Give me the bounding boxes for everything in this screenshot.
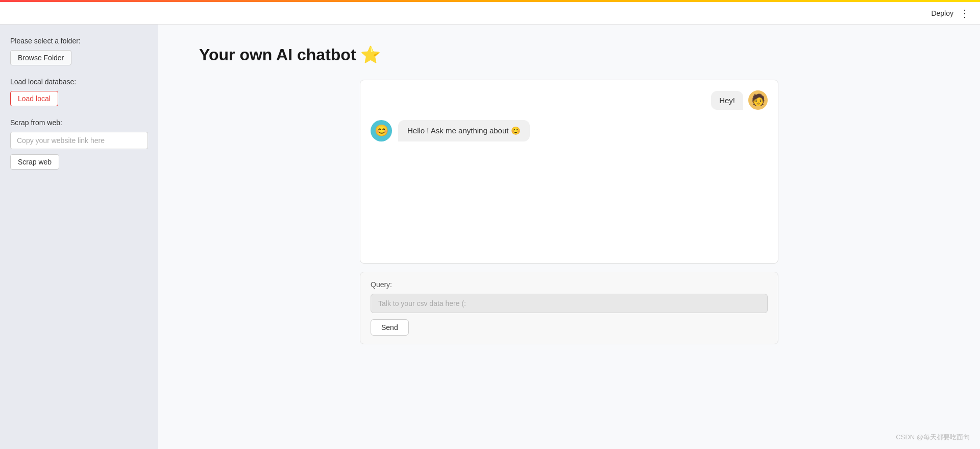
user-bubble: Hey! — [711, 91, 743, 110]
menu-button[interactable]: ⋮ — [960, 8, 970, 18]
folder-section: Please select a folder: Browse Folder — [10, 37, 148, 65]
main-content: Your own AI chatbot ⭐ Hey! 🧑 😊 Hello ! A… — [158, 25, 980, 449]
bot-message: 😊 Hello ! Ask me anything about 😊 — [371, 120, 768, 141]
query-input[interactable] — [371, 294, 768, 313]
web-section-label: Scrap from web: — [10, 119, 148, 127]
query-label: Query: — [371, 280, 768, 289]
header: Deploy ⋮ — [0, 2, 980, 25]
send-button[interactable]: Send — [371, 319, 409, 336]
page-title: Your own AI chatbot ⭐ — [199, 45, 381, 64]
user-avatar: 🧑 — [748, 90, 768, 110]
db-section: Load local database: Load local — [10, 78, 148, 106]
scrap-web-button[interactable]: Scrap web — [10, 154, 59, 170]
url-input[interactable] — [10, 132, 148, 149]
chat-container: Hey! 🧑 😊 Hello ! Ask me anything about 😊 — [360, 80, 778, 264]
load-local-button[interactable]: Load local — [10, 91, 58, 106]
bot-avatar: 😊 — [371, 120, 392, 141]
browse-folder-button[interactable]: Browse Folder — [10, 50, 71, 65]
user-message: Hey! 🧑 — [371, 90, 768, 110]
folder-section-label: Please select a folder: — [10, 37, 148, 45]
header-actions: Deploy ⋮ — [931, 8, 970, 18]
sidebar: Please select a folder: Browse Folder Lo… — [0, 25, 158, 449]
web-section: Scrap from web: Scrap web — [10, 119, 148, 170]
query-container: Query: Send — [360, 272, 778, 344]
bot-bubble: Hello ! Ask me anything about 😊 — [398, 120, 530, 141]
deploy-button[interactable]: Deploy — [931, 9, 953, 17]
watermark: CSDN @每天都要吃面句 — [896, 433, 970, 442]
db-section-label: Load local database: — [10, 78, 148, 86]
